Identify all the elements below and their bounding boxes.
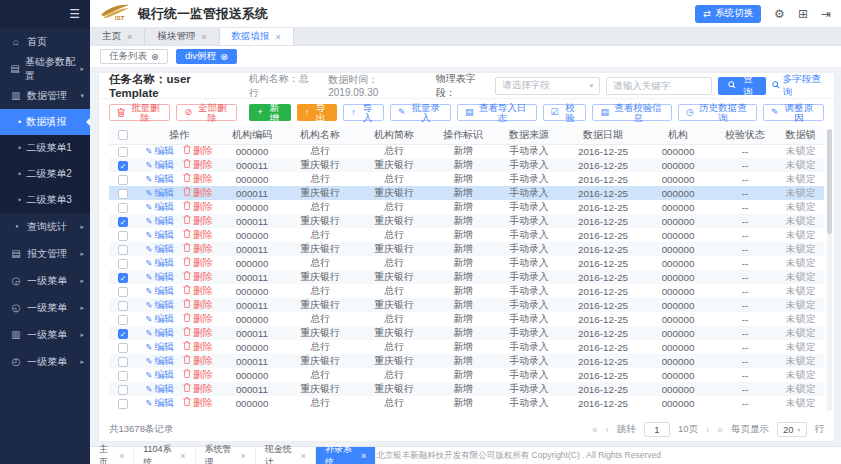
edit-link[interactable]: ✎编辑 [145,173,174,184]
row-checkbox[interactable] [118,245,128,255]
edit-link[interactable]: ✎编辑 [145,397,174,408]
vertical-scrollbar[interactable] [827,129,832,411]
edit-link[interactable]: ✎编辑 [145,313,174,324]
delete-link[interactable]: 删除 [183,383,213,394]
sidebar-item-query-stats[interactable]: ◔ 查询统计 ▸ [0,213,90,240]
sidebar-subitem-submenu2[interactable]: • 二级菜单2 [0,161,90,187]
row-checkbox[interactable] [118,385,128,395]
sidebar-subitem-submenu3[interactable]: • 二级菜单3 [0,187,90,213]
table-row[interactable]: ✎编辑删除000011重庆银行重庆银行新增手动录入2016-12-2500000… [109,298,824,312]
batch-entry-button[interactable]: ✎ 批量录入 [390,104,451,121]
delete-link[interactable]: 删除 [183,327,213,338]
add-button[interactable]: + 新增 [249,104,290,121]
row-checkbox[interactable] [118,189,128,199]
validation-info-button[interactable]: ▤ 查看校验信息 [592,104,672,121]
delete-link[interactable]: 删除 [183,187,213,198]
row-checkbox[interactable] [118,357,128,367]
row-checkbox[interactable] [118,231,128,241]
next-page-icon[interactable]: › [706,424,709,435]
edit-link[interactable]: ✎编辑 [145,383,174,394]
row-checkbox[interactable] [118,343,128,353]
sidebar-item-menu4[interactable]: ◴ 一级菜单 ▸ [0,348,90,375]
edit-link[interactable]: ✎编辑 [145,257,174,268]
edit-link[interactable]: ✎编辑 [145,187,174,198]
multi-field-query-link[interactable]: 多字段查询 [772,73,824,99]
table-row[interactable]: ✓✎编辑删除000011重庆银行重庆银行新增手动录入2016-12-250000… [109,270,824,284]
close-icon[interactable]: × [119,451,124,461]
table-row[interactable]: ✎编辑删除000000总行总行新增手动录入2016-12-25000000--未… [109,256,824,270]
row-checkbox[interactable] [118,315,128,325]
table-row[interactable]: ✎编辑删除000000总行总行新增手动录入2016-12-25000000--未… [109,172,824,186]
sidebar-item-data-management[interactable]: ▥ 数据管理 ▾ [0,82,90,109]
bottom-tab-1104-system[interactable]: 1104系统 × [134,447,195,464]
edit-link[interactable]: ✎编辑 [145,201,174,212]
delete-link[interactable]: 删除 [183,243,213,254]
system-switch-button[interactable]: ⇄ 系统切换 [695,5,761,23]
prev-page-icon[interactable]: ‹ [606,424,609,435]
scrollbar-thumb[interactable] [827,129,832,234]
gear-icon[interactable]: ⚙ [774,8,785,20]
close-icon[interactable]: × [127,32,132,42]
keyword-input[interactable] [606,77,712,95]
table-row[interactable]: ✎编辑删除000000总行总行新增手动录入2016-12-25000000--未… [109,396,824,410]
sidebar-subitem-submenu1[interactable]: • 二级菜单1 [0,135,90,161]
edit-link[interactable]: ✎编辑 [145,271,174,282]
bottom-tab-cash-stats[interactable]: 现金统计 × [256,447,316,464]
sidebar-item-base-params[interactable]: ▤ 基础参数配置 ▸ [0,55,90,82]
field-select[interactable]: 请选择字段 ▾ [495,77,600,95]
sidebar-item-home[interactable]: ⌂ 首页 [0,28,90,55]
row-checkbox[interactable] [118,147,128,157]
export-button[interactable]: ↑ 导出 [297,104,338,121]
edit-link[interactable]: ✎编辑 [145,299,174,310]
validate-button[interactable]: ☑ 校验 [543,104,587,121]
sidebar-item-menu2[interactable]: ◵ 一级菜单 ▸ [0,294,90,321]
edit-link[interactable]: ✎编辑 [145,243,174,254]
close-icon[interactable]: × [276,32,281,42]
edit-link[interactable]: ✎编辑 [145,159,174,170]
import-log-button[interactable]: ▤ 查看导入日志 [457,104,537,121]
row-checkbox[interactable] [118,399,128,409]
last-page-icon[interactable]: » [717,424,723,435]
delete-link[interactable]: 删除 [183,271,213,282]
bottom-tab-system-management[interactable]: 系统管理 × [196,447,256,464]
close-icon[interactable]: × [241,451,246,461]
edit-link[interactable]: ✎编辑 [145,215,174,226]
table-row[interactable]: ✎编辑删除000000总行总行新增手动录入2016-12-25000000--未… [109,144,824,158]
close-circle-icon[interactable]: ⊗ [220,51,228,62]
close-icon[interactable]: × [201,32,206,42]
row-checkbox[interactable]: ✓ [118,217,128,227]
close-icon[interactable]: × [180,451,185,461]
table-row[interactable]: ✓✎编辑删除000011重庆银行重庆银行新增手动录入2016-12-250000… [109,158,824,172]
delete-link[interactable]: 删除 [183,159,213,170]
edit-link[interactable]: ✎编辑 [145,327,174,338]
import-button[interactable]: ↑ 导入 [343,104,384,121]
row-checkbox[interactable] [118,301,128,311]
row-checkbox[interactable] [118,203,128,213]
row-checkbox[interactable]: ✓ [118,273,128,283]
table-row[interactable]: ✎编辑删除000011重庆银行重庆银行新增手动录入2016-12-2500000… [109,186,824,200]
row-checkbox[interactable] [118,259,128,269]
delete-link[interactable]: 删除 [183,215,213,226]
delete-link[interactable]: 删除 [183,355,213,366]
collapse-menu-icon[interactable]: ☰ [69,7,80,21]
delete-link[interactable]: 删除 [183,257,213,268]
row-checkbox[interactable]: ✓ [118,329,128,339]
delete-link[interactable]: 删除 [183,369,213,380]
row-checkbox[interactable] [118,175,128,185]
subtab-div-example[interactable]: div例程 ⊗ [176,49,237,64]
bottom-tab-supplement-system[interactable]: 补录系统 × [316,447,376,464]
history-query-button[interactable]: ◷ 历史数据查询 [678,104,757,121]
edit-link[interactable]: ✎编辑 [145,355,174,366]
delete-link[interactable]: 删除 [183,173,213,184]
sidebar-subitem-data-entry[interactable]: • 数据填报 [0,109,90,135]
edit-link[interactable]: ✎编辑 [145,369,174,380]
delete-link[interactable]: 删除 [183,313,213,324]
table-row[interactable]: ✎编辑删除000000总行总行新增手动录入2016-12-25000000--未… [109,200,824,214]
edit-link[interactable]: ✎编辑 [145,285,174,296]
delete-link[interactable]: 删除 [183,341,213,352]
table-row[interactable]: ✎编辑删除000000总行总行新增手动录入2016-12-25000000--未… [109,228,824,242]
batch-delete-button[interactable]: 批量删除 [109,104,170,121]
close-circle-icon[interactable]: ⊗ [151,51,159,62]
edit-link[interactable]: ✎编辑 [145,229,174,240]
bottom-tab-home[interactable]: 主页 × [90,447,134,464]
